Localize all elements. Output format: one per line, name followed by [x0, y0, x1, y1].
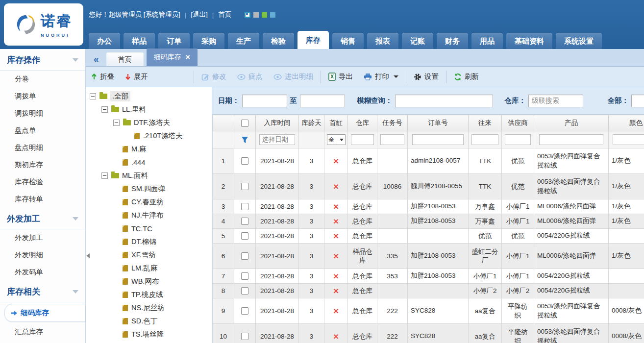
sidebar-item-0-5[interactable]: 期初库存: [0, 156, 85, 173]
filter-date-input[interactable]: [259, 134, 295, 145]
sidebar-item-fine-code-stock[interactable]: 细码库存: [4, 304, 85, 322]
inout-detail-button[interactable]: 进出明细: [268, 72, 319, 81]
tree-expand-toggle[interactable]: [101, 106, 108, 113]
tree-node[interactable]: DTF.涤塔夫: [86, 116, 212, 129]
tree-node[interactable]: CY.春亚纺: [86, 196, 212, 209]
nav-tab-basedata[interactable]: 基础资料: [506, 33, 552, 49]
collapse-button[interactable]: 折叠: [86, 72, 120, 81]
table-row[interactable]: 62021-08-283×样品仓库335加胖2108-0053盛虹二分厂小傅厂1…: [213, 244, 644, 269]
tree-expand-toggle[interactable]: [113, 120, 120, 126]
date-from-input[interactable]: [242, 95, 287, 107]
skin-swatch-1-icon[interactable]: [245, 12, 250, 18]
tree-node[interactable]: SM.四面弹: [86, 182, 212, 196]
sidebar-item-0-7[interactable]: 库存转单: [0, 191, 85, 208]
col-stock-age[interactable]: 库龄天: [299, 115, 324, 131]
nav-tab-inspect[interactable]: 检验: [263, 33, 294, 49]
row-checkbox[interactable]: [241, 232, 248, 240]
nav-tab-report[interactable]: 报表: [367, 33, 398, 49]
fuzzy-search-input[interactable]: [395, 95, 493, 107]
filter-first-vat-cell[interactable]: 全: [324, 131, 348, 148]
col-order-no[interactable]: 订单号: [408, 115, 469, 131]
filter-supplier-input[interactable]: [505, 134, 530, 145]
nav-tab-office[interactable]: 办公: [89, 33, 120, 49]
filter-supplier-cell[interactable]: [502, 131, 534, 148]
row-select-cell[interactable]: [234, 214, 256, 229]
warehouse-search-input[interactable]: [528, 95, 583, 107]
edit-button[interactable]: 修改: [196, 72, 232, 81]
refresh-button[interactable]: 刷新: [448, 72, 484, 81]
filter-product-cell[interactable]: [534, 131, 609, 148]
skin-swatch-4-icon[interactable]: [270, 12, 275, 18]
sidebar-item-0-1[interactable]: 调拨单: [0, 88, 85, 105]
col-product[interactable]: 产品: [534, 115, 609, 131]
tree-expand-toggle[interactable]: [101, 172, 108, 179]
filter-product-input[interactable]: [539, 134, 604, 145]
skin-swatch-3-icon[interactable]: [262, 12, 267, 18]
tree-node[interactable]: LL.里料: [86, 103, 212, 116]
tree-node[interactable]: DT.棉锦: [86, 235, 212, 248]
select-all-checkbox[interactable]: [241, 120, 248, 127]
nav-tab-order[interactable]: 订单: [158, 33, 190, 49]
nav-tab-bookkeep[interactable]: 记账: [402, 33, 433, 49]
tree-node[interactable]: TS.塔丝隆: [86, 328, 212, 341]
filter-warehouse-input[interactable]: [351, 134, 374, 145]
nav-tab-sample[interactable]: 样品: [124, 33, 155, 49]
table-row[interactable]: 82021-08-283×总仓库小傅厂2小傅厂20054/220G摇粒绒: [213, 284, 644, 298]
tab-fine-code-stock[interactable]: 细码库存 ×: [147, 49, 198, 66]
filter-contact-input[interactable]: [471, 134, 498, 145]
table-row[interactable]: 42021-08-283×总仓库加胖2108-0053万事鑫小傅厂1ML0006…: [213, 214, 644, 229]
tree-node[interactable]: .444: [86, 156, 212, 169]
filter-date-cell[interactable]: [256, 131, 299, 148]
sidebar-item-2-2[interactable]: 结存库存: [0, 341, 85, 343]
filter-color-input[interactable]: [613, 134, 644, 145]
filter-task-cell[interactable]: [377, 131, 408, 148]
row-checkbox[interactable]: [241, 307, 248, 315]
nav-tab-supplies[interactable]: 用品: [471, 33, 503, 49]
tree-node[interactable]: XF.雪纺: [86, 248, 212, 262]
tree-node[interactable]: TC.TC: [86, 222, 212, 235]
row-select-cell[interactable]: [234, 174, 256, 199]
table-row[interactable]: 102021-08-283×总仓库222SYC828aa复合平隆纺织0053/涤…: [213, 324, 644, 343]
date-to-input[interactable]: [300, 95, 345, 107]
print-button[interactable]: 打印: [358, 72, 404, 81]
sidebar-section-outsourcing[interactable]: 外发加工: [0, 208, 85, 229]
sidebar-item-0-4[interactable]: 盘点明细: [0, 139, 85, 156]
row-checkbox[interactable]: [241, 218, 248, 225]
row-checkbox[interactable]: [241, 203, 248, 210]
tree-node[interactable]: LM.乱麻: [86, 262, 212, 275]
sidebar-item-1-1[interactable]: 外发明细: [0, 246, 85, 264]
table-row[interactable]: 52021-08-283×总仓库优范优范0054/220G摇粒绒: [213, 229, 644, 244]
tab-home[interactable]: 首页: [106, 52, 144, 66]
row-checkbox[interactable]: [241, 287, 248, 294]
row-checkbox[interactable]: [241, 157, 248, 165]
settings-button[interactable]: 设置: [408, 72, 444, 81]
all-filter-input[interactable]: [631, 95, 644, 107]
col-warehouse[interactable]: 仓库: [348, 115, 377, 131]
tabs-scroll-left-icon[interactable]: «: [94, 54, 99, 64]
col-select[interactable]: [234, 115, 256, 131]
filter-funnel-cell[interactable]: [234, 131, 256, 148]
export-button[interactable]: X 导出: [323, 72, 358, 81]
nav-tab-inventory[interactable]: 库存: [297, 31, 329, 49]
col-in-date[interactable]: 入库时间: [256, 115, 299, 131]
table-row[interactable]: 12021-08-283×总仓库admin2108-0057TTK优范0053/…: [213, 148, 644, 174]
sidebar-item-1-0[interactable]: 外发加工: [0, 229, 85, 246]
tree-node[interactable]: M.麻: [86, 143, 212, 156]
row-checkbox[interactable]: [241, 333, 248, 340]
col-color[interactable]: 颜色: [609, 115, 644, 131]
panel-collapse-handle[interactable]: [86, 253, 90, 258]
tree-expand-toggle[interactable]: [90, 93, 96, 99]
col-first-vat[interactable]: 首缸: [324, 115, 348, 131]
sidebar-section-inventory-ops[interactable]: 库存操作: [0, 49, 85, 71]
table-row[interactable]: 92021-08-283×总仓库222SYC828aa复合平隆纺织0053/涤纶…: [213, 298, 644, 324]
row-select-cell[interactable]: [234, 284, 256, 298]
tree-node-root[interactable]: .全部: [86, 90, 212, 103]
tree-node[interactable]: .210T涤塔夫: [86, 129, 212, 143]
skin-swatch-2-icon[interactable]: [253, 12, 259, 18]
sidebar-item-0-2[interactable]: 调拨明细: [0, 105, 85, 122]
sidebar-item-2-1[interactable]: 汇总库存: [0, 323, 85, 341]
table-row[interactable]: 72021-08-283×总仓库353加胖2108-0053小傅厂1小傅厂100…: [213, 269, 644, 284]
col-contact[interactable]: 往来: [469, 115, 502, 131]
filter-task-input[interactable]: [380, 134, 404, 145]
row-select-cell[interactable]: [234, 324, 256, 343]
